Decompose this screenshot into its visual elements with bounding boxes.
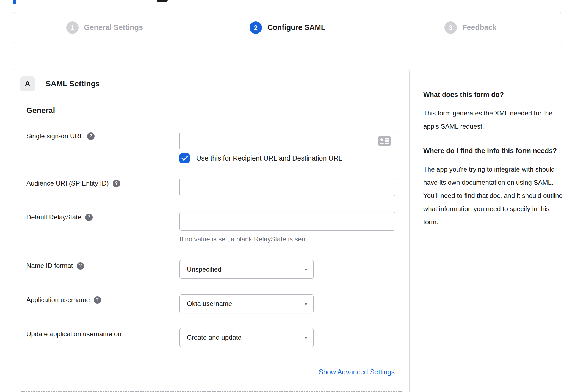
cutoff-blue-fragment <box>13 0 16 4</box>
step-2-label: Configure SAML <box>267 23 325 32</box>
recipient-url-checkbox-label: Use this for Recipient URL and Destinati… <box>196 154 342 162</box>
app-username-value: Okta username <box>187 300 232 308</box>
relay-state-hint: If no value is set, a blank RelayState i… <box>179 235 307 243</box>
step-3-label: Feedback <box>462 23 497 32</box>
step-1-label: General Settings <box>84 23 143 32</box>
chevron-down-icon: ▾ <box>305 335 307 341</box>
audience-uri-help-icon[interactable]: ? <box>113 180 120 187</box>
relay-state-label-row: Default RelayState ? <box>26 213 93 221</box>
audience-uri-label: Audience URI (SP Entity ID) <box>26 180 109 187</box>
sso-url-help-icon[interactable]: ? <box>87 132 95 140</box>
name-id-format-label: Name ID format <box>26 262 73 270</box>
step-feedback[interactable]: 3 Feedback <box>379 12 562 43</box>
sso-url-input[interactable] <box>179 132 395 150</box>
name-id-format-label-row: Name ID format ? <box>26 262 84 270</box>
sso-url-label: Single sign-on URL <box>26 132 83 140</box>
dashed-divider <box>21 391 402 392</box>
panel-title: SAML Settings <box>46 79 100 88</box>
configure-saml-page: 1 General Settings 2 Configure SAML 3 Fe… <box>0 0 575 392</box>
name-id-format-value: Unspecified <box>187 266 221 273</box>
recipient-url-checkbox[interactable] <box>179 153 190 163</box>
step-1-number-badge: 1 <box>66 21 79 34</box>
app-username-label: Application username <box>26 296 90 304</box>
step-3-number-badge: 3 <box>444 21 457 34</box>
show-advanced-settings-link[interactable]: Show Advanced Settings <box>319 368 395 376</box>
name-id-format-help-icon[interactable]: ? <box>77 262 84 270</box>
audience-uri-input[interactable] <box>179 178 395 196</box>
saml-settings-panel: A SAML Settings General Single sign-on U… <box>13 69 410 392</box>
chevron-down-icon: ▾ <box>305 301 307 307</box>
checkmark-icon <box>181 156 188 161</box>
relay-state-input[interactable] <box>179 212 395 231</box>
app-username-label-row: Application username ? <box>26 296 101 304</box>
general-section-heading: General <box>26 106 55 115</box>
sidebar-question-1: What does this form do? <box>423 89 563 101</box>
app-username-select[interactable]: Okta username ▾ <box>179 294 314 313</box>
section-a-badge: A <box>20 76 35 91</box>
sso-url-label-row: Single sign-on URL ? <box>26 132 95 140</box>
step-2-number-badge: 2 <box>250 21 262 34</box>
step-configure-saml[interactable]: 2 Configure SAML <box>196 12 379 43</box>
update-username-label: Update application username on <box>26 330 121 338</box>
audience-uri-label-row: Audience URI (SP Entity ID) ? <box>26 180 120 187</box>
relay-state-help-icon[interactable]: ? <box>85 214 93 221</box>
wizard-stepper: 1 General Settings 2 Configure SAML 3 Fe… <box>13 12 562 43</box>
recipient-url-checkbox-row: Use this for Recipient URL and Destinati… <box>179 153 342 163</box>
sidebar-question-2: Where do I find the info this form needs… <box>423 145 563 157</box>
app-username-help-icon[interactable]: ? <box>94 296 101 304</box>
update-username-label-row: Update application username on <box>26 330 121 338</box>
help-sidebar: What does this form do? This form genera… <box>423 89 563 240</box>
update-username-value: Create and update <box>187 334 242 341</box>
name-id-format-select[interactable]: Unspecified ▾ <box>179 260 314 279</box>
chevron-down-icon: ▾ <box>305 266 307 273</box>
sidebar-answer-1: This form generates the XML needed for t… <box>423 107 563 133</box>
step-general-settings[interactable]: 1 General Settings <box>13 12 196 43</box>
sidebar-answer-2: The app you're trying to integrate with … <box>423 163 563 229</box>
cutoff-dark-element <box>157 0 168 2</box>
update-username-select[interactable]: Create and update ▾ <box>179 328 314 347</box>
relay-state-label: Default RelayState <box>26 213 81 221</box>
